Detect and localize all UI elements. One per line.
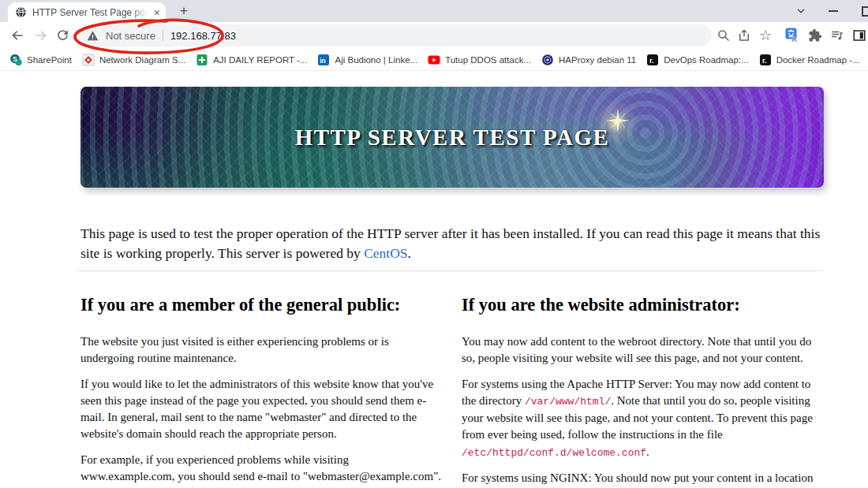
bookmark-label: SharePoint	[27, 55, 72, 65]
bookmarks-bar: S SharePoint Network Diagram S...	[0, 49, 868, 71]
minimize-button[interactable]	[829, 10, 838, 12]
svg-text:in: in	[320, 56, 327, 64]
bookmark-linkedin[interactable]: in Aji Budiono | Linke...	[317, 54, 417, 66]
tab-close-icon[interactable]: ×	[154, 7, 160, 18]
side-panel-icon[interactable]	[852, 28, 868, 44]
page-content: HTTP SERVER TEST PAGE This page is used …	[0, 71, 868, 488]
new-tab-button[interactable]: +	[177, 4, 191, 18]
diagram-icon	[82, 54, 95, 66]
tab-strip: HTTP Server Test Page powered × +	[0, 0, 868, 22]
public-heading: If you are a member of the general publi…	[80, 295, 442, 315]
intro-paragraph: This page is used to test the proper ope…	[80, 224, 823, 264]
share-icon[interactable]	[737, 28, 753, 44]
bookmark-label: Network Diagram S...	[99, 55, 185, 65]
linkedin-icon: in	[317, 54, 330, 66]
url-text[interactable]: 192.168.77.83	[170, 30, 236, 42]
admin-paragraph-1: You may now add content to the webroot d…	[462, 333, 821, 367]
admin-heading: If you are the website administrator:	[462, 295, 821, 315]
forward-icon[interactable]	[33, 28, 49, 43]
admin-p2-text: .	[646, 445, 649, 458]
bookmark-youtube-ddos[interactable]: Tutup DDOS attack...	[428, 54, 531, 66]
browser-window: HTTP Server Test Page powered × +	[0, 0, 868, 488]
banner-title: HTTP SERVER TEST PAGE	[295, 125, 610, 151]
intro-period: .	[408, 245, 411, 261]
maximize-button[interactable]	[862, 6, 868, 17]
roadmap-icon: r.	[759, 54, 772, 66]
globe-favicon-icon	[15, 6, 27, 18]
horizontal-rule	[79, 270, 823, 271]
starburst-decoration	[606, 109, 630, 132]
apache-docroot-path: /var/www/html/	[525, 396, 611, 408]
tab-title: HTTP Server Test Page powered	[32, 7, 148, 18]
bookmark-label: DevOps Roadmap:...	[664, 55, 748, 65]
website-administrator-section: If you are the website administrator: Yo…	[462, 295, 821, 488]
welcome-conf-path: /etc/httpd/conf.d/welcome.conf	[462, 447, 646, 459]
bookmark-label: AJI DAILY REPORT -...	[213, 55, 307, 65]
public-paragraph-1: The website you just visited is either e…	[80, 333, 442, 367]
not-secure-warning-icon[interactable]	[87, 30, 99, 42]
bookmark-aji-daily-report[interactable]: AJI DAILY REPORT -...	[196, 54, 307, 66]
omnibox-divider	[163, 30, 163, 42]
bookmark-network-diagram[interactable]: Network Diagram S...	[82, 54, 185, 66]
centos-link[interactable]: CentOS	[364, 245, 407, 261]
back-icon[interactable]	[9, 28, 25, 43]
security-label[interactable]: Not secure	[106, 30, 155, 42]
public-paragraph-3: For example, if you experienced problems…	[80, 452, 442, 486]
bookmark-haproxy[interactable]: HAProxy debian 11	[541, 54, 636, 66]
admin-p3-text: For systems using NGINX: You should now …	[462, 471, 813, 488]
svg-text:r.: r.	[649, 56, 654, 64]
bookmark-label: HAProxy debian 11	[559, 55, 636, 65]
general-public-section: If you are a member of the general publi…	[80, 295, 442, 485]
roadmap-icon: r.	[646, 54, 659, 66]
bookmark-sharepoint[interactable]: S SharePoint	[9, 54, 72, 66]
youtube-icon	[428, 54, 440, 66]
browser-tab[interactable]: HTTP Server Test Page powered ×	[8, 2, 166, 22]
public-paragraph-2: If you would like to let the administrat…	[80, 376, 442, 443]
bookmark-label: Aji Budiono | Linke...	[335, 55, 417, 65]
sheets-icon	[196, 54, 208, 66]
test-page-banner: HTTP SERVER TEST PAGE	[80, 87, 824, 188]
browser-toolbar: Not secure 192.168.77.83 ☆	[0, 22, 868, 49]
address-bar[interactable]: Not secure 192.168.77.83	[76, 24, 712, 47]
intro-text: This page is used to test the proper ope…	[80, 225, 820, 262]
search-icon[interactable]	[716, 28, 732, 44]
translate-extension-icon[interactable]	[785, 28, 801, 43]
bookmark-devops-roadmap[interactable]: r. DevOps Roadmap:...	[646, 54, 748, 66]
bookmark-label: Tutup DDOS attack...	[445, 55, 531, 65]
reload-icon[interactable]	[55, 28, 71, 43]
haproxy-icon	[541, 54, 554, 66]
bookmark-docker-roadmap[interactable]: r. Docker Roadmap -...	[759, 54, 860, 66]
admin-paragraph-2: For systems using the Apache HTTP Server…	[462, 376, 821, 461]
svg-text:S: S	[13, 55, 17, 63]
bookmark-star-icon[interactable]: ☆	[759, 27, 772, 44]
tab-search-chevron-icon[interactable]	[795, 6, 806, 17]
admin-paragraph-3: For systems using NGINX: You should now …	[462, 470, 821, 488]
svg-text:r.: r.	[762, 56, 767, 64]
sharepoint-icon: S	[9, 54, 22, 66]
extensions-puzzle-icon[interactable]	[808, 28, 824, 44]
playlist-extension-icon[interactable]	[830, 28, 846, 44]
bookmark-label: Docker Roadmap -...	[776, 55, 860, 65]
